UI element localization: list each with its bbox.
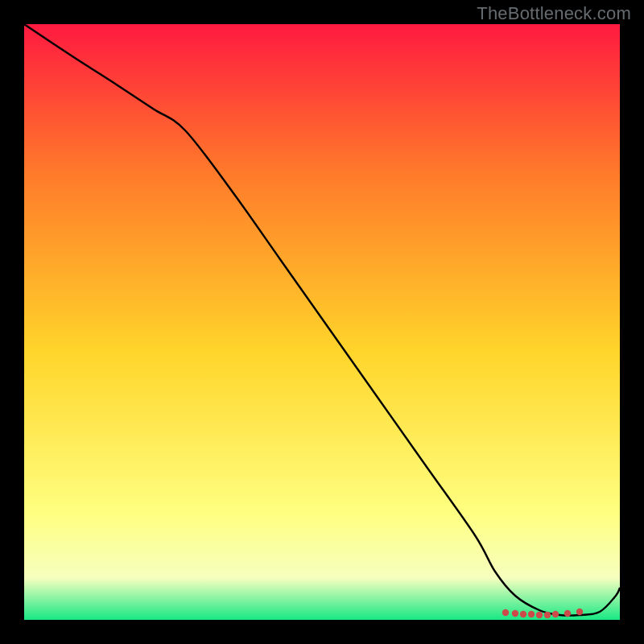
chart-container: TheBottleneck.com bbox=[0, 0, 644, 644]
scatter-point bbox=[576, 609, 583, 615]
scatter-point bbox=[544, 612, 551, 618]
scatter-point bbox=[536, 612, 543, 618]
scatter-point bbox=[528, 611, 535, 617]
scatter-point bbox=[502, 609, 509, 616]
scatter-point bbox=[512, 610, 518, 617]
scatter-point bbox=[564, 610, 571, 617]
scatter-point bbox=[552, 611, 559, 617]
gradient-background bbox=[24, 24, 620, 620]
chart-svg bbox=[24, 24, 620, 620]
plot-area bbox=[24, 24, 620, 620]
watermark-text: TheBottleneck.com bbox=[477, 3, 631, 24]
scatter-point bbox=[520, 611, 526, 617]
